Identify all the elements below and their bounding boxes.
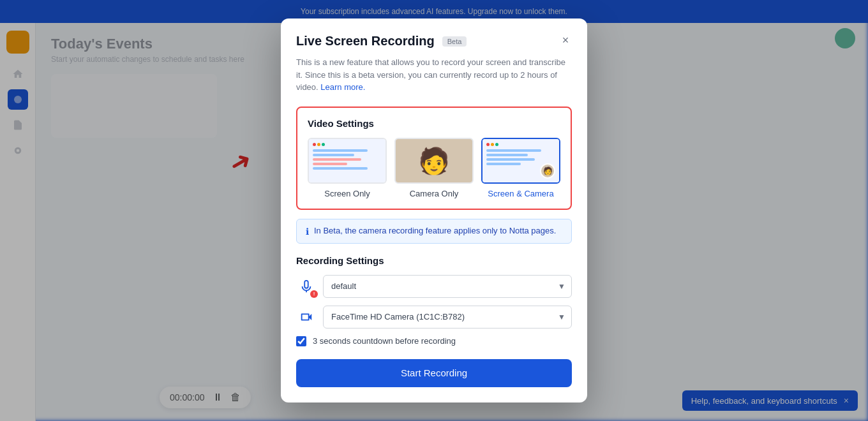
screen-only-label: Screen Only: [324, 189, 370, 198]
beta-notice-text: In Beta, the camera recording feature ap…: [314, 226, 556, 235]
countdown-label: 3 seconds countdown before recording: [313, 336, 456, 346]
camera-only-thumbnail: 🧑: [394, 138, 474, 184]
person-figure: 🧑: [418, 148, 450, 174]
microphone-setting-row: ! default ▼: [296, 275, 572, 298]
video-settings-title: Video Settings: [308, 118, 560, 129]
camera-only-label: Camera Only: [410, 189, 459, 198]
screen-line-5: [313, 167, 368, 170]
mic-error-badge: !: [310, 290, 318, 298]
beta-notice-bar: ℹ In Beta, the camera recording feature …: [296, 219, 572, 244]
mini-avatar: 🧑: [540, 163, 555, 179]
sc-line-1: [486, 149, 541, 152]
dot-yellow-2: [491, 143, 494, 146]
microphone-select[interactable]: default: [323, 275, 572, 298]
modal-body: Video Settings: [281, 107, 587, 403]
screen-only-thumbnail: [308, 138, 387, 184]
microphone-select-wrapper: default ▼: [323, 275, 572, 298]
modal-header: Live Screen Recording Beta ×: [281, 18, 587, 56]
modal-overlay: Live Screen Recording Beta × This is a n…: [0, 0, 868, 421]
learn-more-link[interactable]: Learn more.: [320, 82, 365, 92]
dot-green-2: [495, 143, 498, 146]
camera-select[interactable]: FaceTime HD Camera (1C1C:B782): [323, 306, 572, 329]
video-option-screen-camera[interactable]: 🧑 Screen & Camera: [481, 138, 560, 198]
video-options-group: Screen Only 🧑 Camera Only: [308, 138, 560, 198]
sc-line-4: [486, 163, 521, 165]
camera-setting-row: FaceTime HD Camera (1C1C:B782) ▼: [296, 306, 572, 329]
camera-icon-wrap: [296, 307, 317, 327]
camera-icon: [299, 310, 313, 324]
beta-badge: Beta: [442, 36, 467, 47]
countdown-checkbox[interactable]: [296, 336, 306, 346]
close-button[interactable]: ×: [557, 31, 574, 49]
screen-line-2: [313, 154, 354, 156]
screen-line-1: [313, 149, 368, 152]
recording-settings-title: Recording Settings: [296, 255, 572, 266]
screen-camera-label: Screen & Camera: [488, 189, 553, 198]
dot-red: [313, 143, 316, 146]
microphone-icon-wrap: !: [296, 276, 317, 297]
info-icon: ℹ: [306, 226, 309, 237]
video-option-camera-only[interactable]: 🧑 Camera Only: [394, 138, 474, 198]
video-settings-section: Video Settings: [296, 107, 572, 210]
modal-description: This is a new feature that allows you to…: [281, 56, 587, 107]
screen-line-3: [313, 158, 361, 161]
camera-select-wrapper: FaceTime HD Camera (1C1C:B782) ▼: [323, 306, 572, 329]
sc-line-3: [486, 158, 535, 161]
dot-red-2: [486, 143, 490, 146]
live-screen-recording-modal: Live Screen Recording Beta × This is a n…: [281, 18, 587, 403]
screen-line-4: [313, 163, 347, 165]
sc-line-2: [486, 154, 528, 156]
start-recording-button[interactable]: Start Recording: [296, 359, 572, 387]
modal-title: Live Screen Recording: [296, 34, 435, 48]
dot-green: [322, 143, 325, 146]
countdown-row: 3 seconds countdown before recording: [296, 336, 572, 346]
dot-yellow: [317, 143, 320, 146]
screen-camera-thumbnail: 🧑: [481, 138, 560, 184]
video-option-screen-only[interactable]: Screen Only: [308, 138, 387, 198]
